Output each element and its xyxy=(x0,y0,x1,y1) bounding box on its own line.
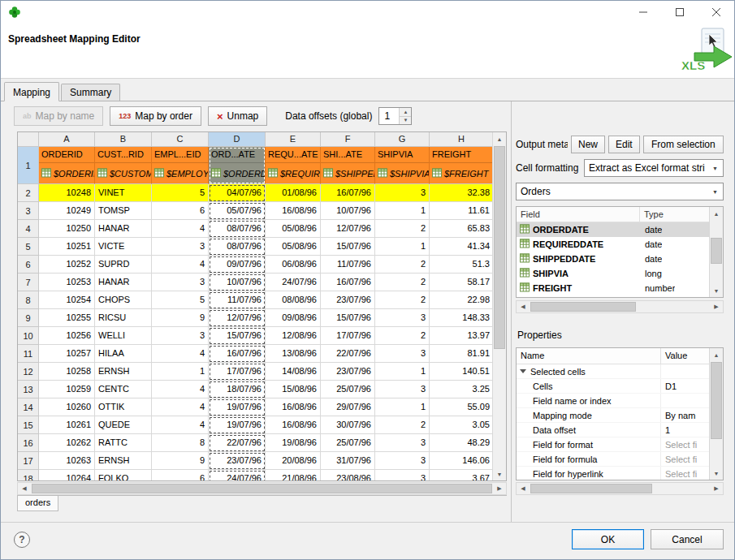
grid-cell[interactable]: 1 xyxy=(375,202,430,220)
name-column-header[interactable]: Name xyxy=(517,348,661,364)
grid-cell[interactable]: 01/08/96 xyxy=(266,184,321,202)
grid-cell[interactable]: 4 xyxy=(152,256,209,274)
grid-cell[interactable]: 15/07/96 xyxy=(209,327,266,345)
grid-hscroll-thumb[interactable] xyxy=(32,484,492,493)
grid-cell[interactable]: 2 xyxy=(375,327,430,345)
row-header-2[interactable]: 2 xyxy=(18,184,39,202)
grid-cell[interactable]: 81.91 xyxy=(430,345,494,363)
grid-cell[interactable]: 19/08/96 xyxy=(266,434,321,452)
mapping-cell[interactable]: SHIPVIA$SHIPVIA xyxy=(375,147,430,184)
grid-cell[interactable]: 146.06 xyxy=(430,452,494,470)
grid-cell[interactable]: 10261 xyxy=(39,416,95,434)
grid-cell[interactable]: 3.25 xyxy=(430,381,494,398)
row-header-17[interactable]: 17 xyxy=(18,452,39,470)
grid-cell[interactable]: 10250 xyxy=(39,220,95,238)
grid-cell[interactable]: 2 xyxy=(375,256,430,274)
grid-cell[interactable]: 22/07/96 xyxy=(209,434,266,452)
grid-cell[interactable]: VICTE xyxy=(95,238,152,256)
grid-cell[interactable]: 10260 xyxy=(39,398,95,416)
grid-cell[interactable]: 55.09 xyxy=(430,398,494,416)
column-header-b[interactable]: B xyxy=(95,132,152,147)
grid-cell[interactable]: 6 xyxy=(152,470,209,480)
grid-cell[interactable]: 2 xyxy=(375,220,430,238)
grid-cell[interactable]: 23/07/96 xyxy=(209,452,266,470)
scroll-right-icon[interactable]: ▶ xyxy=(710,483,723,494)
grid-cell[interactable]: 12/07/96 xyxy=(209,309,266,327)
grid-cell[interactable]: 32.38 xyxy=(430,184,494,202)
grid-cell[interactable]: 11/07/96 xyxy=(321,256,375,274)
grid-cell[interactable]: 4 xyxy=(152,345,209,363)
row-header-13[interactable]: 13 xyxy=(18,381,39,398)
grid-cell[interactable]: 08/08/96 xyxy=(266,291,321,309)
grid-cell[interactable]: OTTIK xyxy=(95,398,152,416)
scroll-down-icon[interactable]: ▼ xyxy=(710,284,723,297)
grid-cell[interactable]: ERNSH xyxy=(95,452,152,470)
grid-cell[interactable]: 25/07/96 xyxy=(321,434,375,452)
grid-cell[interactable]: 05/08/96 xyxy=(266,238,321,256)
row-header-11[interactable]: 11 xyxy=(18,345,39,363)
grid-cell[interactable]: 16/08/96 xyxy=(266,398,321,416)
grid-cell[interactable]: 06/08/96 xyxy=(266,256,321,274)
grid-cell[interactable]: 16/07/96 xyxy=(209,345,266,363)
row-header-7[interactable]: 7 xyxy=(18,274,39,291)
grid-cell[interactable]: 1 xyxy=(152,363,209,381)
row-header-15[interactable]: 15 xyxy=(18,416,39,434)
grid-cell[interactable]: 19/07/96 xyxy=(209,398,266,416)
grid-cell[interactable]: 4 xyxy=(152,381,209,398)
grid-vertical-scrollbar[interactable]: ▲ ▼ xyxy=(492,132,506,480)
grid-cell[interactable]: 10263 xyxy=(39,452,95,470)
grid-cell[interactable]: 13/08/96 xyxy=(266,345,321,363)
grid-cell[interactable]: 13.97 xyxy=(430,327,494,345)
from-selection-button[interactable]: From selection xyxy=(643,136,724,153)
column-header-f[interactable]: F xyxy=(321,132,375,147)
grid-cell[interactable]: 3 xyxy=(375,345,430,363)
maximize-button[interactable] xyxy=(661,1,698,24)
grid-cell[interactable]: 148.33 xyxy=(430,309,494,327)
grid-cell[interactable]: 17/07/96 xyxy=(321,327,375,345)
map-by-name-button[interactable]: ab Map by name xyxy=(14,106,103,126)
grid-cell[interactable]: 3 xyxy=(152,274,209,291)
field-row[interactable]: FREIGHTnumber xyxy=(517,281,709,295)
mapping-cell[interactable]: SHI...ATE$SHIPPEDDATE xyxy=(321,147,375,184)
properties-group-row[interactable]: Selected cells xyxy=(517,364,709,379)
column-header-c[interactable]: C xyxy=(152,132,209,147)
grid-cell[interactable]: 09/08/96 xyxy=(266,309,321,327)
property-row[interactable]: Field for hyperlinkSelect fi xyxy=(517,467,709,480)
grid-cell[interactable]: 5 xyxy=(152,184,209,202)
column-header-g[interactable]: G xyxy=(375,132,430,147)
grid-cell[interactable]: 04/07/96 xyxy=(209,184,266,202)
grid-cell[interactable]: 10248 xyxy=(39,184,95,202)
grid-cell[interactable]: 23/07/96 xyxy=(321,291,375,309)
column-header-d[interactable]: D xyxy=(209,132,266,147)
row-header-4[interactable]: 4 xyxy=(18,220,39,238)
grid-cell[interactable]: 4 xyxy=(152,416,209,434)
grid-cell[interactable]: SUPRD xyxy=(95,256,152,274)
grid-cell[interactable]: WELLI xyxy=(95,327,152,345)
grid-cell[interactable]: 31/07/96 xyxy=(321,452,375,470)
mapping-cell[interactable]: EMPL...EID$EMPLOYEEID xyxy=(152,147,209,184)
grid-cell[interactable]: 10253 xyxy=(39,274,95,291)
value-column-header[interactable]: Value xyxy=(661,348,691,364)
grid-cell[interactable]: 24/07/96 xyxy=(266,274,321,291)
minimize-button[interactable] xyxy=(625,1,661,24)
mapping-cell[interactable]: FREIGHT$FREIGHT xyxy=(430,147,494,184)
grid-cell[interactable]: 15/07/96 xyxy=(321,309,375,327)
grid-cell[interactable]: 10257 xyxy=(39,345,95,363)
grid-cell[interactable]: 3 xyxy=(375,381,430,398)
grid-cell[interactable]: 21/08/96 xyxy=(266,470,321,480)
titlebar[interactable] xyxy=(1,1,734,24)
grid-cell[interactable]: ERNSH xyxy=(95,363,152,381)
grid-cell[interactable]: 24/07/96 xyxy=(209,470,266,480)
row-header-9[interactable]: 9 xyxy=(18,309,39,327)
data-offsets-spinner[interactable]: 1 ▲ ▼ xyxy=(378,107,412,125)
property-row[interactable]: Field name or index xyxy=(517,394,709,408)
cell-formatting-combo[interactable]: Extract as Excel format stri ▼ xyxy=(584,159,724,177)
grid-cell[interactable]: 08/07/96 xyxy=(209,238,266,256)
grid-cell[interactable]: 29/07/96 xyxy=(321,398,375,416)
field-table-vertical-scrollbar[interactable]: ▲ ▼ xyxy=(709,207,723,297)
grid-cell[interactable]: 05/08/96 xyxy=(266,220,321,238)
ok-button[interactable]: OK xyxy=(572,529,644,549)
grid-cell[interactable]: 16/08/96 xyxy=(266,202,321,220)
grid-cell[interactable]: 10259 xyxy=(39,381,95,398)
grid-cell[interactable]: 10/07/96 xyxy=(209,274,266,291)
